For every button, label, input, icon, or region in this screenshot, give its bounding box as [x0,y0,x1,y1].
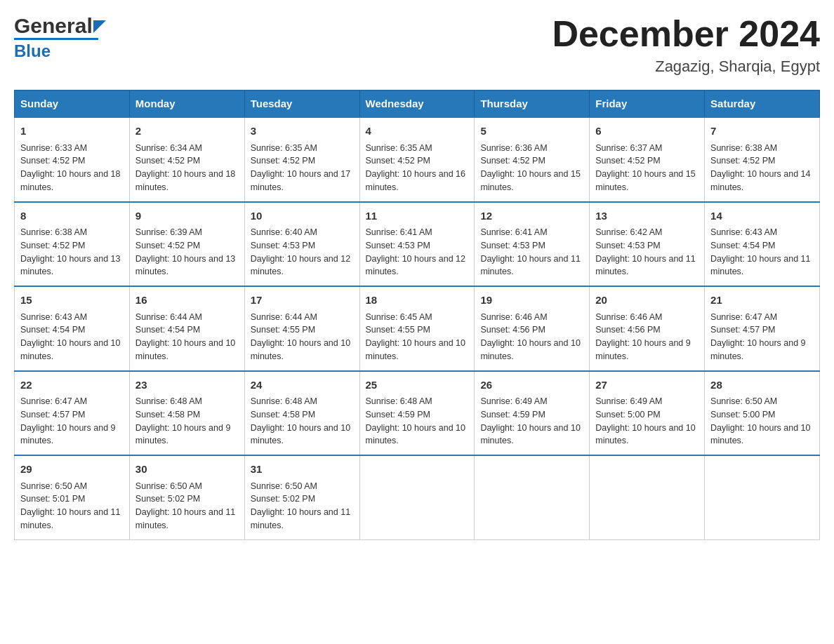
daylight-text: Daylight: 10 hours and 10 minutes. [480,422,583,448]
daylight-text: Daylight: 10 hours and 15 minutes. [480,168,583,194]
sunrise-text: Sunrise: 6:50 AM [251,480,354,493]
sunrise-text: Sunrise: 6:49 AM [480,395,583,408]
sunset-text: Sunset: 4:53 PM [366,239,469,253]
day-number: 4 [366,123,469,140]
daylight-text: Daylight: 10 hours and 10 minutes. [366,422,469,448]
sunrise-text: Sunrise: 6:41 AM [366,226,469,239]
calendar-cell: 18Sunrise: 6:45 AMSunset: 4:55 PMDayligh… [359,286,475,371]
sunrise-text: Sunrise: 6:38 AM [20,226,124,239]
daylight-text: Daylight: 10 hours and 12 minutes. [366,253,469,279]
daylight-text: Daylight: 10 hours and 14 minutes. [710,168,814,194]
calendar-cell: 17Sunrise: 6:44 AMSunset: 4:55 PMDayligh… [244,286,359,371]
calendar-cell: 27Sunrise: 6:49 AMSunset: 5:00 PMDayligh… [590,371,705,456]
calendar-cell: 6Sunrise: 6:37 AMSunset: 4:52 PMDaylight… [590,117,705,202]
daylight-text: Daylight: 10 hours and 9 minutes. [20,422,124,448]
sunset-text: Sunset: 4:55 PM [251,323,354,337]
sunrise-text: Sunrise: 6:42 AM [595,226,699,239]
calendar-cell: 3Sunrise: 6:35 AMSunset: 4:52 PMDaylight… [244,117,359,202]
sunrise-text: Sunrise: 6:43 AM [20,311,124,324]
day-number: 23 [135,377,239,394]
page-header: General Blue December 2024 Zagazig, Shar… [14,14,820,76]
sunset-text: Sunset: 4:59 PM [480,408,583,422]
daylight-text: Daylight: 10 hours and 10 minutes. [480,337,583,363]
calendar-cell: 23Sunrise: 6:48 AMSunset: 4:58 PMDayligh… [129,371,244,456]
calendar-week-row: 1Sunrise: 6:33 AMSunset: 4:52 PMDaylight… [15,117,820,202]
sunset-text: Sunset: 4:53 PM [595,239,699,253]
sunset-text: Sunset: 5:02 PM [135,492,239,506]
daylight-text: Daylight: 10 hours and 11 minutes. [710,253,814,279]
day-number: 14 [710,208,814,224]
daylight-text: Daylight: 10 hours and 10 minutes. [20,337,124,363]
sunset-text: Sunset: 4:53 PM [251,239,354,253]
day-number: 9 [135,208,239,224]
calendar-cell: 25Sunrise: 6:48 AMSunset: 4:59 PMDayligh… [359,371,475,456]
sunrise-text: Sunrise: 6:35 AM [366,142,469,155]
day-number: 3 [251,123,354,140]
day-number: 13 [595,208,699,224]
sunrise-text: Sunrise: 6:48 AM [251,395,354,408]
day-header-wednesday: Wednesday [359,90,475,118]
logo: General Blue [14,14,106,61]
daylight-text: Daylight: 10 hours and 11 minutes. [135,506,239,532]
calendar-cell: 7Sunrise: 6:38 AMSunset: 4:52 PMDaylight… [705,117,820,202]
daylight-text: Daylight: 10 hours and 13 minutes. [20,253,124,279]
sunrise-text: Sunrise: 6:44 AM [251,311,354,324]
calendar-week-row: 15Sunrise: 6:43 AMSunset: 4:54 PMDayligh… [15,286,820,371]
sunset-text: Sunset: 5:00 PM [710,408,814,422]
sunset-text: Sunset: 4:54 PM [710,239,814,253]
day-number: 30 [135,462,239,478]
sunset-text: Sunset: 5:01 PM [20,492,124,506]
calendar-cell: 8Sunrise: 6:38 AMSunset: 4:52 PMDaylight… [15,202,130,287]
day-number: 24 [251,377,354,394]
sunset-text: Sunset: 4:52 PM [20,154,124,168]
daylight-text: Daylight: 10 hours and 18 minutes. [20,168,124,194]
day-header-friday: Friday [590,90,705,118]
sunrise-text: Sunrise: 6:43 AM [710,226,814,239]
daylight-text: Daylight: 10 hours and 9 minutes. [595,337,699,363]
calendar-week-row: 29Sunrise: 6:50 AMSunset: 5:01 PMDayligh… [15,455,820,539]
day-number: 20 [595,293,699,309]
daylight-text: Daylight: 10 hours and 11 minutes. [251,506,354,532]
sunrise-text: Sunrise: 6:33 AM [20,142,124,155]
calendar-cell: 11Sunrise: 6:41 AMSunset: 4:53 PMDayligh… [359,202,475,287]
calendar-cell: 13Sunrise: 6:42 AMSunset: 4:53 PMDayligh… [590,202,705,287]
sunset-text: Sunset: 4:54 PM [135,323,239,337]
sunrise-text: Sunrise: 6:46 AM [595,311,699,324]
calendar-cell: 14Sunrise: 6:43 AMSunset: 4:54 PMDayligh… [705,202,820,287]
sunrise-text: Sunrise: 6:46 AM [480,311,583,324]
day-number: 12 [480,208,583,224]
day-number: 27 [595,377,699,394]
day-number: 29 [20,462,124,478]
sunset-text: Sunset: 4:52 PM [480,154,583,168]
day-number: 15 [20,293,124,309]
sunrise-text: Sunrise: 6:48 AM [366,395,469,408]
sunrise-text: Sunrise: 6:39 AM [135,226,239,239]
sunset-text: Sunset: 4:52 PM [710,154,814,168]
daylight-text: Daylight: 10 hours and 17 minutes. [251,168,354,194]
day-number: 25 [366,377,469,394]
sunrise-text: Sunrise: 6:40 AM [251,226,354,239]
daylight-text: Daylight: 10 hours and 11 minutes. [20,506,124,532]
sunset-text: Sunset: 4:57 PM [20,408,124,422]
sunset-text: Sunset: 4:56 PM [480,323,583,337]
daylight-text: Daylight: 10 hours and 10 minutes. [710,422,814,448]
calendar-cell: 15Sunrise: 6:43 AMSunset: 4:54 PMDayligh… [15,286,130,371]
daylight-text: Daylight: 10 hours and 10 minutes. [135,337,239,363]
day-number: 17 [251,293,354,309]
daylight-text: Daylight: 10 hours and 18 minutes. [135,168,239,194]
calendar-cell: 4Sunrise: 6:35 AMSunset: 4:52 PMDaylight… [359,117,475,202]
sunset-text: Sunset: 4:55 PM [366,323,469,337]
day-number: 2 [135,123,239,140]
day-header-monday: Monday [129,90,244,118]
calendar-week-row: 22Sunrise: 6:47 AMSunset: 4:57 PMDayligh… [15,371,820,456]
daylight-text: Daylight: 10 hours and 10 minutes. [251,337,354,363]
sunrise-text: Sunrise: 6:41 AM [480,226,583,239]
sunset-text: Sunset: 4:52 PM [251,154,354,168]
title-area: December 2024 Zagazig, Sharqia, Egypt [552,14,820,76]
sunset-text: Sunset: 4:52 PM [366,154,469,168]
day-header-saturday: Saturday [705,90,820,118]
sunrise-text: Sunrise: 6:37 AM [595,142,699,155]
calendar-cell: 30Sunrise: 6:50 AMSunset: 5:02 PMDayligh… [129,455,244,539]
calendar-cell: 29Sunrise: 6:50 AMSunset: 5:01 PMDayligh… [15,455,130,539]
calendar-cell [359,455,475,539]
